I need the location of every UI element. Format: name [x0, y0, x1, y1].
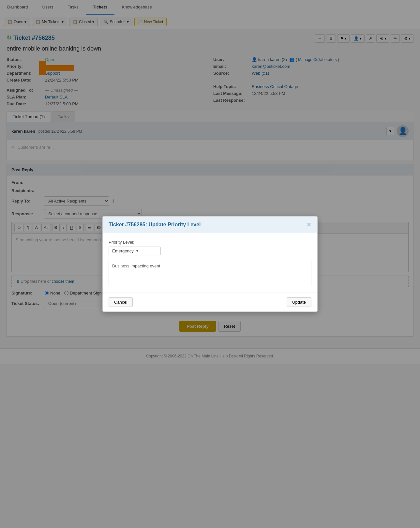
modal-title: Ticket #756285: Update Priority Level [109, 222, 201, 228]
update-priority-modal: Ticket #756285: Update Priority Level ✕ … [102, 216, 318, 312]
modal-body: Priority Level: Emergency ▾ Business imp… [103, 233, 317, 293]
modal-footer: Cancel Update [103, 293, 317, 311]
update-button[interactable]: Update [287, 297, 311, 307]
priority-selected-value: Emergency [112, 249, 134, 253]
modal-close-button[interactable]: ✕ [307, 221, 311, 228]
priority-level-label: Priority Level: [109, 240, 311, 245]
priority-description-textarea[interactable]: Business impacting event [109, 260, 311, 286]
priority-level-select[interactable]: Emergency ▾ [109, 247, 161, 255]
modal-header: Ticket #756285: Update Priority Level ✕ [103, 217, 317, 233]
modal-overlay[interactable]: Ticket #756285: Update Priority Level ✕ … [0, 0, 420, 528]
cancel-button[interactable]: Cancel [109, 297, 133, 307]
priority-dropdown-arrow-icon: ▾ [136, 249, 138, 253]
